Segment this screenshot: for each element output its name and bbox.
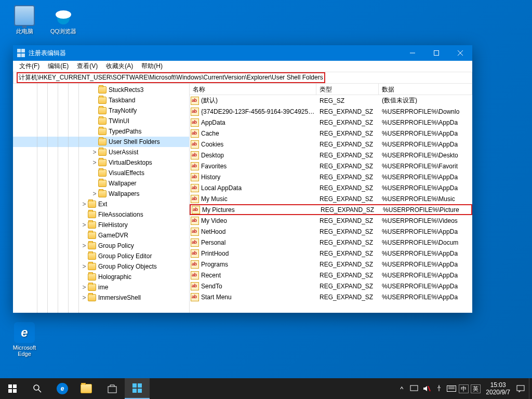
- col-header-data[interactable]: 数据: [379, 84, 472, 95]
- taskbar-edge[interactable]: e: [50, 378, 75, 399]
- menu-edit[interactable]: 编辑(E): [44, 61, 73, 72]
- address-bar[interactable]: 计算机\HKEY_CURRENT_USER\SOFTWARE\Microsoft…: [13, 72, 472, 84]
- tree-item[interactable]: >ime: [13, 282, 190, 292]
- menu-help[interactable]: 帮助(H): [137, 61, 167, 72]
- col-header-type[interactable]: 类型: [316, 84, 379, 95]
- tree-item[interactable]: Taskband: [13, 95, 190, 105]
- value-type: REG_EXPAND_SZ: [317, 272, 380, 279]
- start-button[interactable]: [0, 378, 25, 399]
- svg-rect-6: [8, 384, 12, 388]
- tray-ime-en[interactable]: 英: [471, 384, 481, 393]
- col-header-name[interactable]: 名称: [190, 84, 316, 95]
- expander-icon[interactable]: [91, 180, 98, 187]
- tree-item[interactable]: FileAssociations: [13, 209, 190, 220]
- tree-item[interactable]: >Ext: [13, 199, 190, 209]
- tray-ime-ch[interactable]: 中: [459, 384, 469, 393]
- value-row[interactable]: HistoryREG_EXPAND_SZ%USERPROFILE%\AppDa: [190, 171, 472, 182]
- expander-icon[interactable]: [91, 107, 98, 114]
- expander-icon[interactable]: [81, 273, 88, 281]
- taskbar-regedit[interactable]: [125, 378, 150, 399]
- value-row[interactable]: RecentREG_EXPAND_SZ%USERPROFILE%\AppDa: [190, 270, 472, 281]
- menu-view[interactable]: 查看(V): [73, 61, 102, 72]
- tree-item[interactable]: VisualEffects: [13, 168, 190, 178]
- expander-icon[interactable]: [91, 117, 98, 125]
- expander-icon[interactable]: >: [81, 294, 88, 301]
- close-button[interactable]: [448, 45, 472, 61]
- desktop-icon-this-pc[interactable]: 此电脑: [8, 5, 41, 35]
- value-row[interactable]: (默认)REG_SZ(数值未设置): [190, 95, 472, 106]
- tree-item[interactable]: User Shell Folders: [13, 137, 190, 147]
- expander-icon[interactable]: [91, 169, 98, 177]
- value-data: %USERPROFILE%\AppDa: [380, 130, 472, 137]
- value-row[interactable]: Local AppDataREG_EXPAND_SZ%USERPROFILE%\…: [190, 182, 472, 193]
- expander-icon[interactable]: [81, 252, 88, 260]
- taskbar-explorer[interactable]: [75, 378, 100, 399]
- value-row[interactable]: CookiesREG_EXPAND_SZ%USERPROFILE%\AppDa: [190, 139, 472, 150]
- tree-item[interactable]: >Wallpapers: [13, 189, 190, 199]
- tree-item[interactable]: Wallpaper: [13, 178, 190, 189]
- value-row[interactable]: My MusicREG_EXPAND_SZ%USERPROFILE%\Music: [190, 193, 472, 204]
- tree-item[interactable]: >FileHistory: [13, 220, 190, 230]
- tray-usb-icon[interactable]: [433, 378, 445, 399]
- value-row[interactable]: My VideoREG_EXPAND_SZ%USERPROFILE%\Video…: [190, 215, 472, 226]
- taskbar-store[interactable]: [100, 378, 125, 399]
- tray-volume-icon[interactable]: [420, 378, 433, 399]
- value-row[interactable]: ProgramsREG_EXPAND_SZ%USERPROFILE%\AppDa: [190, 259, 472, 270]
- tree-item[interactable]: TWinUI: [13, 116, 190, 126]
- expander-icon[interactable]: >: [91, 159, 98, 166]
- registry-tree[interactable]: StuckRects3TaskbandTrayNotifyTWinUITyped…: [13, 84, 190, 313]
- value-row[interactable]: PrintHoodREG_EXPAND_SZ%USERPROFILE%\AppD…: [190, 248, 472, 259]
- tree-item[interactable]: >Group Policy: [13, 241, 190, 251]
- tray-keyboard-icon[interactable]: [445, 378, 458, 399]
- expander-icon[interactable]: [91, 128, 98, 135]
- expander-icon[interactable]: [91, 138, 98, 145]
- expander-icon[interactable]: >: [91, 190, 98, 197]
- tray-network-icon[interactable]: [408, 378, 420, 399]
- expander-icon[interactable]: >: [81, 201, 88, 208]
- value-row[interactable]: My PicturesREG_EXPAND_SZ%USERPROFILE%\Pi…: [190, 204, 472, 215]
- tree-item[interactable]: >VirtualDesktops: [13, 157, 190, 168]
- tree-item[interactable]: >Group Policy Objects: [13, 261, 190, 272]
- minimize-button[interactable]: [401, 45, 424, 61]
- show-desktop-button[interactable]: [529, 378, 532, 399]
- value-row[interactable]: PersonalREG_EXPAND_SZ%USERPROFILE%\Docum: [190, 237, 472, 248]
- expander-icon[interactable]: >: [81, 284, 88, 291]
- string-value-icon: [191, 260, 199, 269]
- expander-icon[interactable]: >: [91, 149, 98, 156]
- menu-favorites[interactable]: 收藏夹(A): [102, 61, 137, 72]
- search-button[interactable]: [25, 378, 50, 399]
- value-row[interactable]: DesktopREG_EXPAND_SZ%USERPROFILE%\Deskto: [190, 150, 472, 161]
- desktop-icon-qqbrowser[interactable]: QQ浏览器: [47, 5, 80, 35]
- string-value-icon: [191, 282, 199, 290]
- value-row[interactable]: SendToREG_EXPAND_SZ%USERPROFILE%\AppDa: [190, 281, 472, 291]
- tree-item[interactable]: Holographic: [13, 272, 190, 282]
- value-row[interactable]: FavoritesREG_EXPAND_SZ%USERPROFILE%\Favo…: [190, 161, 472, 171]
- tree-item[interactable]: Group Policy Editor: [13, 251, 190, 261]
- value-row[interactable]: AppDataREG_EXPAND_SZ%USERPROFILE%\AppDa: [190, 117, 472, 128]
- tree-item[interactable]: GameDVR: [13, 230, 190, 241]
- expander-icon[interactable]: >: [81, 221, 88, 229]
- value-row[interactable]: CacheREG_EXPAND_SZ%USERPROFILE%\AppDa: [190, 128, 472, 139]
- tree-item[interactable]: StuckRects3: [13, 85, 190, 95]
- tree-item[interactable]: TrayNotify: [13, 105, 190, 116]
- menu-file[interactable]: 文件(F): [15, 61, 44, 72]
- maximize-button[interactable]: [424, 45, 448, 61]
- tree-item[interactable]: >ImmersiveShell: [13, 292, 190, 303]
- tree-item[interactable]: TypedPaths: [13, 126, 190, 137]
- value-row[interactable]: {374DE290-123F-4565-9164-39C4925…REG_EXP…: [190, 106, 472, 117]
- expander-icon[interactable]: [91, 97, 98, 104]
- tray-action-center-icon[interactable]: [514, 378, 527, 399]
- value-row[interactable]: Start MenuREG_EXPAND_SZ%USERPROFILE%\App…: [190, 291, 472, 302]
- tray-chevron-up-icon[interactable]: ^: [395, 378, 408, 399]
- expander-icon[interactable]: >: [81, 263, 88, 270]
- expander-icon[interactable]: >: [81, 242, 88, 249]
- tree-item[interactable]: >UserAssist: [13, 147, 190, 157]
- value-row[interactable]: NetHoodREG_EXPAND_SZ%USERPROFILE%\AppDa: [190, 226, 472, 237]
- expander-icon[interactable]: [81, 211, 88, 218]
- titlebar[interactable]: 注册表编辑器: [13, 45, 472, 61]
- tray-clock[interactable]: 15:03 2020/9/7: [482, 381, 514, 396]
- expander-icon[interactable]: [91, 86, 98, 94]
- registry-values[interactable]: 名称 类型 数据 (默认)REG_SZ(数值未设置){374DE290-123F…: [190, 84, 472, 313]
- expander-icon[interactable]: [81, 232, 88, 239]
- desktop-icon-edge[interactable]: Microsoft Edge: [8, 322, 41, 357]
